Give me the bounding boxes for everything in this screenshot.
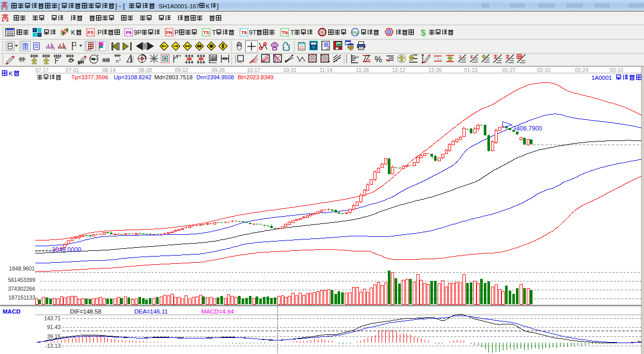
svg-text:02-10: 02-10	[537, 67, 551, 73]
svg-text:F: F	[470, 54, 473, 60]
svg-text:K: K	[9, 70, 13, 77]
svg-text:TS: TS	[203, 30, 209, 35]
svg-text:91.43: 91.43	[47, 324, 61, 330]
svg-text:03-10: 03-10	[610, 67, 623, 73]
svg-text:21: 21	[299, 45, 304, 50]
svg-text:07-17: 07-17	[35, 67, 49, 73]
svg-text:Bt=2023.8349: Bt=2023.8349	[238, 74, 274, 80]
svg-text:K: K	[206, 3, 210, 9]
svg-text:] - [: ] - [	[115, 2, 125, 10]
svg-text:374302266: 374302266	[8, 286, 35, 292]
svg-text:K: K	[71, 29, 75, 36]
svg-text:%: %	[367, 58, 370, 62]
svg-text:07-31: 07-31	[66, 67, 79, 73]
svg-text:10-31: 10-31	[283, 67, 297, 73]
svg-text:02-24: 02-24	[575, 67, 589, 73]
svg-text:-13.13: -13.13	[45, 343, 61, 349]
svg-text:1848.9601: 1848.9601	[9, 265, 35, 272]
svg-text:Md=2803.7518: Md=2803.7518	[155, 74, 193, 80]
svg-text:Tp=3377.3596: Tp=3377.3596	[72, 74, 108, 80]
svg-text:T9: T9	[241, 30, 247, 35]
svg-text:12-26: 12-26	[428, 67, 442, 73]
svg-text:PN: PN	[166, 30, 173, 35]
svg-text:$: $	[421, 28, 426, 38]
svg-text:Up=3108.8242: Up=3108.8242	[114, 74, 151, 80]
svg-text:01-13: 01-13	[464, 67, 478, 73]
svg-text:3406.7900: 3406.7900	[513, 125, 542, 132]
svg-text:3: 3	[53, 47, 55, 50]
svg-text:12-12: 12-12	[392, 67, 405, 73]
svg-text:MACD: MACD	[3, 308, 21, 315]
svg-text:TN: TN	[282, 30, 288, 35]
svg-text:561453399: 561453399	[8, 277, 35, 283]
svg-text:SH1A0001-167: SH1A0001-167	[159, 3, 200, 9]
svg-text:DIF=148.58: DIF=148.58	[70, 308, 101, 315]
svg-text:T: T	[212, 29, 216, 36]
svg-text:[: [	[58, 2, 60, 10]
svg-text:08-28: 08-28	[138, 67, 152, 73]
svg-text:%: %	[374, 55, 382, 64]
svg-text:J: J	[458, 54, 461, 60]
svg-text:09-26: 09-26	[212, 67, 225, 73]
svg-text:143.71: 143.71	[44, 315, 61, 321]
svg-text:T: T	[290, 29, 295, 36]
svg-text:10-17: 10-17	[247, 67, 260, 73]
svg-text:9T: 9T	[249, 29, 257, 36]
svg-text:08-14: 08-14	[102, 67, 116, 73]
svg-text:09-12: 09-12	[175, 67, 188, 73]
svg-text:]: ]	[217, 2, 219, 10]
svg-text:P: P	[175, 29, 179, 36]
svg-text:11-28: 11-28	[356, 67, 369, 73]
svg-text:123: 123	[355, 55, 359, 59]
svg-text:2046.0000: 2046.0000	[52, 246, 81, 253]
svg-text:%: %	[386, 58, 390, 63]
svg-text:PS: PS	[88, 30, 94, 35]
svg-text:11-14: 11-14	[319, 67, 332, 73]
svg-text:9P: 9P	[134, 29, 142, 36]
svg-text:123: 123	[211, 58, 216, 61]
svg-text:01-27: 01-27	[502, 67, 516, 73]
svg-text:P: P	[97, 29, 102, 36]
svg-text:9: 9	[64, 47, 66, 50]
svg-text:Big: Big	[352, 30, 358, 35]
svg-text:39.15: 39.15	[47, 333, 61, 339]
svg-text:DEA=146.11: DEA=146.11	[134, 308, 168, 315]
svg-text:Dn=2394.9508: Dn=2394.9508	[197, 74, 234, 80]
svg-text:187151133: 187151133	[8, 294, 35, 301]
svg-text:n: n	[116, 59, 119, 64]
svg-text:1A0001: 1A0001	[592, 75, 612, 81]
svg-text:MACD=4.94: MACD=4.94	[201, 308, 234, 315]
svg-text:P9: P9	[125, 30, 131, 35]
